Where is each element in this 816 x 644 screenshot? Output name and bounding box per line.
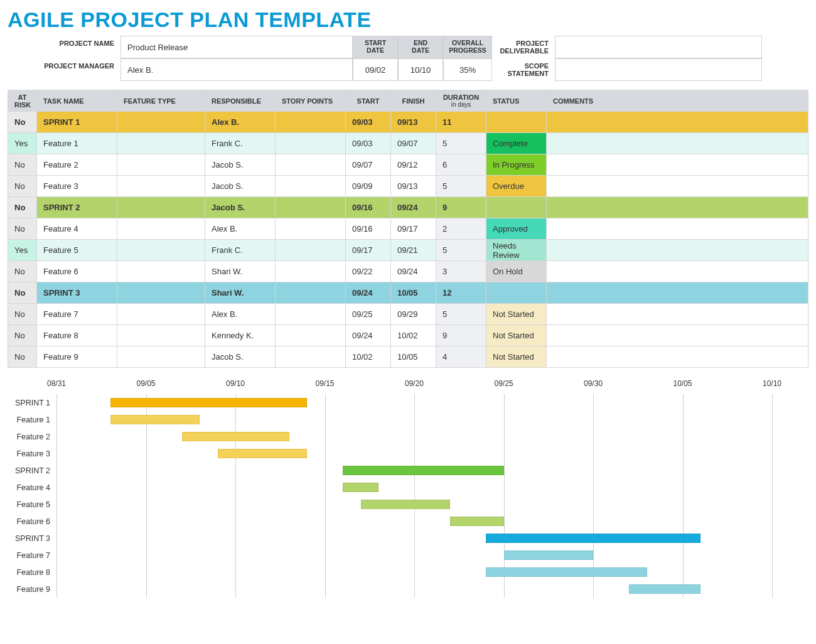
cell-duration[interactable]: 6 <box>436 154 486 176</box>
cell-duration[interactable]: 9 <box>436 325 486 346</box>
cell-status[interactable]: Complete <box>486 133 547 154</box>
cell-at-risk[interactable]: No <box>8 325 37 346</box>
cell-task-name[interactable]: Feature 1 <box>37 133 117 154</box>
cell-at-risk[interactable]: No <box>8 112 37 133</box>
cell-duration[interactable]: 11 <box>436 112 486 133</box>
cell-finish[interactable]: 10/02 <box>391 325 436 346</box>
table-row[interactable]: NoFeature 9Jacob S.10/0210/054Not Starte… <box>8 346 808 368</box>
table-row[interactable]: NoSPRINT 1Alex B.09/0309/1311 <box>8 112 808 133</box>
cell-task-name[interactable]: SPRINT 2 <box>37 197 117 218</box>
cell-task-name[interactable]: Feature 2 <box>37 154 117 176</box>
table-row[interactable]: NoFeature 8Kennedy K.09/2410/029Not Star… <box>8 325 808 346</box>
cell-start[interactable]: 09/24 <box>346 282 391 304</box>
cell-story-points[interactable] <box>276 176 346 197</box>
cell-story-points[interactable] <box>276 304 346 325</box>
field-project-manager[interactable]: Alex B. <box>121 58 353 81</box>
cell-at-risk[interactable]: Yes <box>8 133 37 154</box>
cell-start[interactable]: 09/16 <box>346 197 391 218</box>
cell-task-name[interactable]: Feature 8 <box>37 325 117 346</box>
cell-comments[interactable] <box>547 346 808 368</box>
cell-finish[interactable]: 09/12 <box>391 154 436 176</box>
cell-comments[interactable] <box>547 261 808 282</box>
cell-responsible[interactable]: Frank C. <box>205 240 276 261</box>
cell-status[interactable]: Not Started <box>486 346 547 368</box>
cell-comments[interactable] <box>547 133 808 154</box>
cell-responsible[interactable]: Jacob S. <box>205 197 276 218</box>
cell-feature-type[interactable] <box>117 197 205 218</box>
cell-status[interactable]: Not Started <box>486 325 547 346</box>
cell-duration[interactable]: 9 <box>436 197 486 218</box>
cell-at-risk[interactable]: No <box>8 197 37 218</box>
cell-feature-type[interactable] <box>117 346 205 368</box>
cell-at-risk[interactable]: No <box>8 304 37 325</box>
cell-duration[interactable]: 5 <box>436 133 486 154</box>
cell-responsible[interactable]: Alex B. <box>205 112 276 133</box>
table-row[interactable]: YesFeature 5Frank C.09/1709/215Needs Rev… <box>8 240 808 261</box>
cell-story-points[interactable] <box>276 133 346 154</box>
cell-duration[interactable]: 12 <box>436 282 486 304</box>
cell-story-points[interactable] <box>276 112 346 133</box>
cell-comments[interactable] <box>547 112 808 133</box>
cell-start[interactable]: 09/09 <box>346 176 391 197</box>
cell-status[interactable]: On Hold <box>486 261 547 282</box>
cell-at-risk[interactable]: No <box>8 176 37 197</box>
cell-status[interactable]: Overdue <box>486 176 547 197</box>
cell-finish[interactable]: 09/21 <box>391 240 436 261</box>
cell-at-risk[interactable]: Yes <box>8 240 37 261</box>
cell-feature-type[interactable] <box>117 261 205 282</box>
cell-comments[interactable] <box>547 325 808 346</box>
field-scope-statement[interactable] <box>555 58 762 81</box>
cell-status[interactable] <box>486 197 547 218</box>
cell-duration[interactable]: 5 <box>436 240 486 261</box>
cell-duration[interactable]: 4 <box>436 346 486 368</box>
cell-duration[interactable]: 3 <box>436 261 486 282</box>
cell-start[interactable]: 09/17 <box>346 240 391 261</box>
cell-status[interactable] <box>486 282 547 304</box>
cell-task-name[interactable]: Feature 6 <box>37 261 117 282</box>
table-row[interactable]: NoSPRINT 3Shari W.09/2410/0512 <box>8 282 808 304</box>
cell-task-name[interactable]: Feature 3 <box>37 176 117 197</box>
cell-story-points[interactable] <box>276 282 346 304</box>
cell-comments[interactable] <box>547 304 808 325</box>
cell-start[interactable]: 09/07 <box>346 154 391 176</box>
cell-responsible[interactable]: Alex B. <box>205 304 276 325</box>
field-overall-progress[interactable]: 35% <box>443 58 492 81</box>
cell-story-points[interactable] <box>276 325 346 346</box>
cell-finish[interactable]: 09/24 <box>391 261 436 282</box>
cell-responsible[interactable]: Shari W. <box>205 282 276 304</box>
cell-duration[interactable]: 5 <box>436 176 486 197</box>
cell-comments[interactable] <box>547 282 808 304</box>
cell-start[interactable]: 09/22 <box>346 261 391 282</box>
cell-at-risk[interactable]: No <box>8 282 37 304</box>
cell-feature-type[interactable] <box>117 282 205 304</box>
cell-finish[interactable]: 09/24 <box>391 197 436 218</box>
cell-finish[interactable]: 09/29 <box>391 304 436 325</box>
field-end-date[interactable]: 10/10 <box>398 58 443 81</box>
cell-story-points[interactable] <box>276 346 346 368</box>
cell-duration[interactable]: 2 <box>436 218 486 240</box>
cell-status[interactable]: Approved <box>486 218 547 240</box>
cell-finish[interactable]: 10/05 <box>391 346 436 368</box>
cell-task-name[interactable]: Feature 9 <box>37 346 117 368</box>
cell-status[interactable]: Needs Review <box>486 240 547 261</box>
cell-start[interactable]: 09/16 <box>346 218 391 240</box>
cell-story-points[interactable] <box>276 240 346 261</box>
cell-comments[interactable] <box>547 240 808 261</box>
cell-comments[interactable] <box>547 197 808 218</box>
cell-feature-type[interactable] <box>117 112 205 133</box>
cell-start[interactable]: 09/03 <box>346 133 391 154</box>
table-row[interactable]: NoFeature 6Shari W.09/2209/243On Hold <box>8 261 808 282</box>
cell-at-risk[interactable]: No <box>8 218 37 240</box>
cell-feature-type[interactable] <box>117 325 205 346</box>
cell-finish[interactable]: 09/17 <box>391 218 436 240</box>
field-project-deliverable[interactable] <box>555 36 762 58</box>
cell-comments[interactable] <box>547 154 808 176</box>
table-row[interactable]: NoFeature 3Jacob S.09/0909/135Overdue <box>8 176 808 197</box>
table-row[interactable]: NoSPRINT 2Jacob S.09/1609/249 <box>8 197 808 218</box>
cell-responsible[interactable]: Frank C. <box>205 133 276 154</box>
cell-at-risk[interactable]: No <box>8 346 37 368</box>
cell-responsible[interactable]: Jacob S. <box>205 154 276 176</box>
table-row[interactable]: YesFeature 1Frank C.09/0309/075Complete <box>8 133 808 154</box>
cell-comments[interactable] <box>547 176 808 197</box>
cell-at-risk[interactable]: No <box>8 154 37 176</box>
